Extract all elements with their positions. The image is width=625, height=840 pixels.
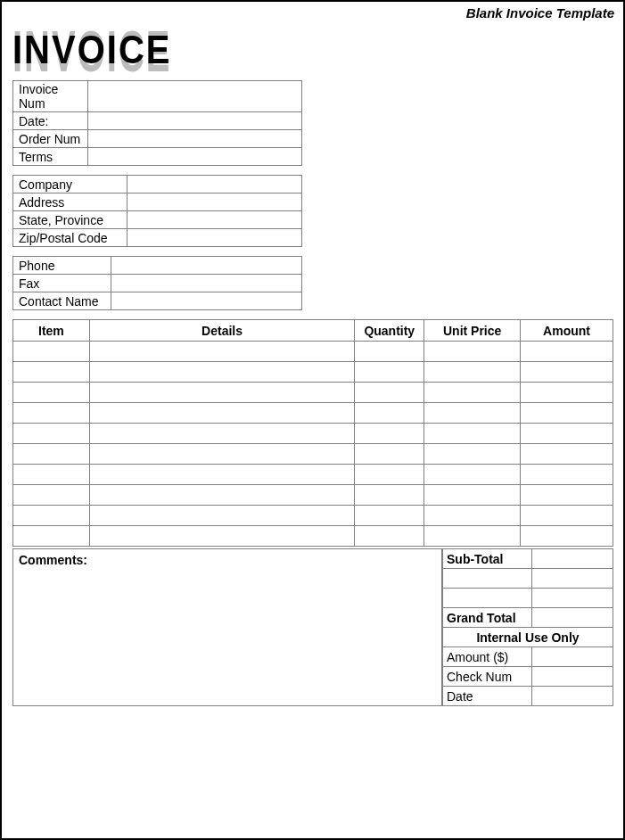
- cell-details[interactable]: [89, 465, 354, 485]
- cell-item[interactable]: [13, 444, 90, 465]
- cell-unit_price[interactable]: [424, 403, 521, 424]
- field-extra2[interactable]: [531, 589, 613, 608]
- comments-label: Comments:: [19, 553, 87, 567]
- cell-quantity[interactable]: [355, 342, 424, 362]
- cell-details[interactable]: [89, 383, 354, 403]
- line-items-table: Item Details Quantity Unit Price Amount: [12, 319, 613, 547]
- cell-amount[interactable]: [521, 342, 613, 362]
- table-row: [13, 383, 613, 403]
- label-order-num: Order Num: [13, 130, 88, 148]
- table-row: [13, 424, 613, 444]
- cell-quantity[interactable]: [355, 424, 424, 444]
- cell-quantity[interactable]: [355, 526, 424, 547]
- col-details: Details: [89, 320, 354, 342]
- cell-item[interactable]: [13, 506, 90, 526]
- field-extra1[interactable]: [531, 569, 613, 589]
- field-order-num[interactable]: [88, 130, 302, 148]
- table-row: [13, 403, 613, 424]
- cell-unit_price[interactable]: [424, 526, 521, 547]
- cell-quantity[interactable]: [355, 506, 424, 526]
- table-row: [13, 526, 613, 547]
- col-quantity: Quantity: [355, 320, 424, 342]
- cell-quantity[interactable]: [355, 465, 424, 485]
- table-row: [13, 485, 613, 506]
- cell-amount[interactable]: [521, 424, 613, 444]
- cell-details[interactable]: [89, 424, 354, 444]
- field-company[interactable]: [127, 176, 302, 194]
- cell-item[interactable]: [13, 362, 90, 383]
- field-terms[interactable]: [88, 148, 302, 166]
- cell-details[interactable]: [89, 444, 354, 465]
- cell-item[interactable]: [13, 526, 90, 547]
- cell-amount[interactable]: [521, 465, 613, 485]
- comments-box[interactable]: Comments:: [12, 548, 442, 706]
- cell-unit_price[interactable]: [424, 383, 521, 403]
- label-grand-total: Grand Total: [443, 608, 532, 628]
- cell-quantity[interactable]: [355, 383, 424, 403]
- field-internal-date[interactable]: [531, 687, 613, 706]
- field-grand-total[interactable]: [531, 608, 613, 628]
- label-state: State, Province: [13, 211, 127, 229]
- cell-details[interactable]: [89, 506, 354, 526]
- cell-details[interactable]: [89, 526, 354, 547]
- table-row: [13, 444, 613, 465]
- cell-quantity[interactable]: [355, 485, 424, 506]
- cell-details[interactable]: [89, 342, 354, 362]
- label-zip: Zip/Postal Code: [13, 229, 127, 247]
- field-address[interactable]: [127, 194, 302, 211]
- cell-item[interactable]: [13, 403, 90, 424]
- totals-column: Sub-Total Grand Total Internal Use Only …: [442, 548, 613, 706]
- field-fax[interactable]: [111, 275, 302, 292]
- cell-details[interactable]: [89, 362, 354, 383]
- cell-unit_price[interactable]: [424, 506, 521, 526]
- cell-details[interactable]: [89, 403, 354, 424]
- cell-item[interactable]: [13, 485, 90, 506]
- cell-unit_price[interactable]: [424, 362, 521, 383]
- field-invoice-num[interactable]: [88, 81, 302, 112]
- cell-item[interactable]: [13, 465, 90, 485]
- cell-quantity[interactable]: [355, 444, 424, 465]
- cell-unit_price[interactable]: [424, 485, 521, 506]
- cell-item[interactable]: [13, 342, 90, 362]
- label-company: Company: [13, 176, 127, 194]
- field-zip[interactable]: [127, 229, 302, 247]
- cell-item[interactable]: [13, 383, 90, 403]
- table-row: [13, 362, 613, 383]
- cell-unit_price[interactable]: [424, 342, 521, 362]
- cell-amount[interactable]: [521, 526, 613, 547]
- table-row: [13, 465, 613, 485]
- col-item: Item: [13, 320, 90, 342]
- cell-amount[interactable]: [521, 403, 613, 424]
- field-check-num[interactable]: [531, 667, 613, 687]
- cell-unit_price[interactable]: [424, 465, 521, 485]
- field-contact-name[interactable]: [111, 292, 302, 310]
- contact-block: Phone Fax Contact Name: [12, 256, 302, 310]
- cell-unit_price[interactable]: [424, 424, 521, 444]
- cell-quantity[interactable]: [355, 403, 424, 424]
- cell-amount[interactable]: [521, 506, 613, 526]
- label-extra2[interactable]: [443, 589, 532, 608]
- cell-amount[interactable]: [521, 383, 613, 403]
- field-subtotal[interactable]: [531, 549, 613, 569]
- invoice-meta-block: Invoice Num Date: Order Num Terms: [12, 80, 302, 166]
- label-contact-name: Contact Name: [13, 292, 111, 310]
- cell-details[interactable]: [89, 485, 354, 506]
- invoice-page: Blank Invoice Template INVOICE INVOICE I…: [0, 0, 625, 840]
- label-extra1[interactable]: [443, 569, 532, 589]
- field-phone[interactable]: [111, 257, 302, 275]
- cell-unit_price[interactable]: [424, 444, 521, 465]
- cell-amount[interactable]: [521, 485, 613, 506]
- field-date[interactable]: [88, 112, 302, 130]
- cell-amount[interactable]: [521, 444, 613, 465]
- label-check-num: Check Num: [443, 667, 532, 687]
- label-invoice-num: Invoice Num: [13, 81, 88, 112]
- cell-item[interactable]: [13, 424, 90, 444]
- cell-amount[interactable]: [521, 362, 613, 383]
- internal-use-header: Internal Use Only: [443, 628, 613, 647]
- cell-quantity[interactable]: [355, 362, 424, 383]
- label-address: Address: [13, 194, 127, 211]
- field-amount[interactable]: [531, 647, 613, 667]
- label-subtotal: Sub-Total: [443, 549, 532, 569]
- col-amount: Amount: [521, 320, 613, 342]
- field-state[interactable]: [127, 211, 302, 229]
